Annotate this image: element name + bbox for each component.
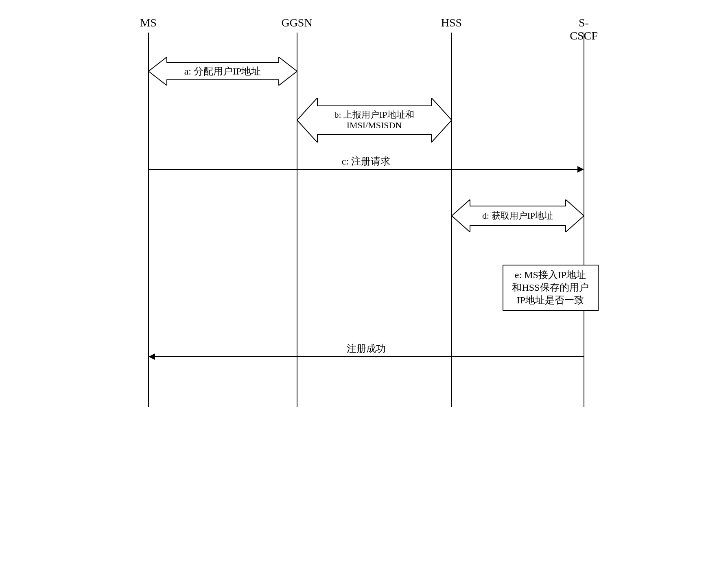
arrow-d: d: 获取用户IP地址 — [452, 200, 584, 232]
arrow-b: b: 上报用户IP地址和 IMSI/MSISDN — [297, 98, 452, 143]
msg-success-arrowhead — [149, 353, 155, 360]
actor-ggsn: GGSN — [281, 16, 312, 29]
actor-hss: HSS — [441, 16, 462, 29]
msg-success-line — [149, 356, 584, 357]
sequence-diagram: MS GGSN HSS S-CSCF a: 分配用户IP地址 b: 上报用户IP… — [120, 16, 608, 423]
arrow-b-label-2: IMSI/MSISDN — [347, 120, 402, 131]
msg-c-arrowhead — [577, 166, 584, 173]
arrow-a-label: a: 分配用户IP地址 — [184, 65, 261, 78]
msg-c-line — [149, 169, 583, 170]
decision-e-line2: 和HSS保存的用户 — [506, 281, 595, 294]
lifeline-ggsn — [297, 33, 297, 407]
decision-e-line3: IP地址是否一致 — [506, 294, 595, 307]
decision-e: e: MS接入IP地址 和HSS保存的用户 IP地址是否一致 — [503, 265, 599, 311]
arrow-d-label: d: 获取用户IP地址 — [482, 210, 553, 222]
arrow-b-label-1: b: 上报用户IP地址和 — [334, 110, 414, 120]
msg-success-label: 注册成功 — [347, 342, 386, 355]
arrow-a: a: 分配用户IP地址 — [149, 57, 297, 86]
decision-e-line1: e: MS接入IP地址 — [506, 269, 595, 281]
lifeline-ms — [148, 33, 149, 407]
msg-c-label: c: 注册请求 — [342, 155, 390, 168]
actor-ms: MS — [140, 16, 156, 29]
